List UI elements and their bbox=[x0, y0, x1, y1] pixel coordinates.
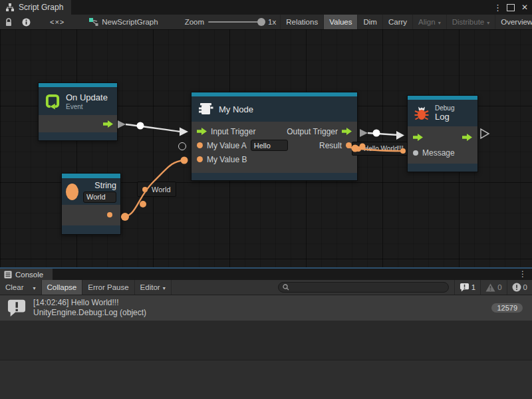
node-title: On Update bbox=[66, 92, 108, 102]
wire-flow-dot bbox=[181, 157, 188, 164]
node-string[interactable]: String bbox=[61, 173, 121, 235]
input-trigger-port[interactable] bbox=[413, 134, 423, 141]
clear-button[interactable]: Clear bbox=[0, 280, 27, 295]
search-input[interactable] bbox=[292, 283, 444, 292]
node-body: Input Trigger Output Trigger My Value A … bbox=[192, 122, 357, 173]
error-pause-button[interactable]: Error Pause bbox=[82, 280, 134, 295]
console-menu-icon[interactable]: ⋮ bbox=[519, 269, 527, 279]
node-footer bbox=[62, 225, 120, 234]
code-preview-button[interactable]: <×> bbox=[35, 18, 79, 26]
wire-flow-dot bbox=[373, 130, 380, 137]
on-update-loop-icon bbox=[44, 92, 61, 110]
node-debug-log[interactable]: Debug Log Message bbox=[407, 95, 478, 172]
string-output-port[interactable] bbox=[107, 212, 112, 217]
collapse-button[interactable]: Collapse bbox=[42, 280, 83, 295]
zoom-value: 1x bbox=[268, 18, 276, 26]
tab-label: Script Graph bbox=[19, 3, 63, 12]
port-label: Input Trigger bbox=[211, 127, 255, 136]
log-line-2: UnityEngine.Debug:Log (object) bbox=[33, 308, 485, 318]
wire-source-arrow[interactable] bbox=[118, 120, 126, 128]
string-value-input[interactable] bbox=[83, 192, 116, 203]
error-count[interactable]: 0 bbox=[507, 280, 532, 295]
chevron-down-icon: ▾ bbox=[33, 285, 35, 291]
warning-count[interactable]: 0 bbox=[480, 280, 506, 295]
dim-button[interactable]: Dim bbox=[357, 15, 382, 29]
relations-button[interactable]: Relations bbox=[280, 15, 323, 29]
info-icon[interactable] bbox=[17, 15, 35, 29]
info-count[interactable]: 1 bbox=[454, 280, 480, 295]
values-button[interactable]: Values bbox=[323, 15, 357, 29]
output-trigger-port[interactable] bbox=[103, 120, 113, 128]
node-my-node[interactable]: My Node Input Trigger Output Trigger bbox=[191, 92, 358, 181]
node-header: On Update Event bbox=[39, 87, 117, 115]
port-row: Message bbox=[408, 145, 477, 161]
console-tab-bar: Console ⋮ bbox=[0, 269, 532, 280]
node-footer bbox=[39, 132, 117, 140]
graph-asset-icon bbox=[88, 17, 98, 27]
wire-value-tooltip-world: World bbox=[137, 182, 176, 197]
node-body bbox=[39, 115, 117, 132]
carry-button[interactable]: Carry bbox=[382, 15, 412, 29]
string-literal-icon bbox=[66, 184, 78, 200]
node-header: Debug Log bbox=[408, 100, 477, 126]
wire-flow-dot bbox=[140, 201, 146, 207]
log-bubble-icon bbox=[7, 299, 27, 317]
wire-end-arrow bbox=[396, 131, 404, 140]
unit-box-icon bbox=[197, 100, 214, 118]
node-title: String bbox=[94, 181, 116, 190]
result-port[interactable]: Result bbox=[319, 141, 352, 150]
console-tab-icon bbox=[4, 271, 12, 279]
console-search bbox=[278, 282, 449, 293]
node-on-update[interactable]: On Update Event bbox=[38, 82, 118, 141]
chevron-down-icon: ▾ bbox=[438, 20, 441, 26]
graph-breadcrumb[interactable]: NewScriptGraph bbox=[79, 17, 164, 27]
port-row: My Value A Result bbox=[192, 138, 357, 152]
zoom-slider[interactable] bbox=[208, 21, 264, 23]
window-menu-icon[interactable]: ⋮ bbox=[493, 3, 500, 13]
input-trigger-port[interactable]: Input Trigger bbox=[197, 127, 255, 136]
align-button[interactable]: Align▾ bbox=[412, 15, 446, 29]
maximize-icon[interactable] bbox=[507, 4, 515, 11]
distribute-button[interactable]: Distribute▾ bbox=[446, 15, 495, 29]
clear-dropdown-button[interactable]: ▾ bbox=[27, 280, 41, 295]
close-icon[interactable]: ✕ bbox=[521, 3, 528, 12]
tab-script-graph[interactable]: Script Graph bbox=[0, 0, 71, 15]
value-port-icon bbox=[197, 156, 203, 162]
output-trigger-port[interactable]: Output Trigger bbox=[287, 127, 352, 136]
my-value-a-input[interactable] bbox=[251, 140, 288, 151]
log-collapse-count: 12579 bbox=[491, 303, 523, 313]
editor-dropdown[interactable]: Editor▾ bbox=[135, 280, 172, 295]
node-body: Message bbox=[408, 126, 477, 164]
wire-control-1[interactable] bbox=[126, 124, 181, 132]
node-title: My Node bbox=[219, 104, 253, 114]
port-row bbox=[408, 129, 477, 145]
tab-console[interactable]: Console bbox=[0, 269, 53, 280]
chevron-down-icon: ▾ bbox=[163, 285, 166, 291]
graph-canvas[interactable]: On Update Event My Node bbox=[0, 29, 532, 267]
unity-window: Script Graph ⋮ ✕ <×> NewScriptGraph Zoom… bbox=[0, 0, 532, 399]
output-trigger-port[interactable] bbox=[462, 134, 472, 141]
wire-control-2[interactable] bbox=[368, 133, 398, 135]
wire-value-tooltip-hello-world: Hello World!!! bbox=[352, 142, 408, 156]
my-value-b-port[interactable]: My Value B bbox=[197, 155, 247, 164]
node-footer bbox=[408, 164, 477, 172]
value-dot-icon bbox=[356, 146, 361, 152]
console-list-empty[interactable] bbox=[0, 321, 532, 360]
node-subtitle: Event bbox=[66, 103, 108, 110]
value-port-icon bbox=[413, 150, 418, 156]
value-dot-icon bbox=[142, 187, 148, 192]
zoom-slider-handle[interactable] bbox=[257, 18, 265, 26]
search-icon bbox=[283, 284, 289, 291]
overview-button[interactable]: Overview bbox=[495, 15, 532, 29]
warning-triangle-icon bbox=[485, 283, 495, 292]
graph-toolbar: <×> NewScriptGraph Zoom 1x Relations Val… bbox=[0, 15, 532, 30]
wire-source-arrow[interactable] bbox=[360, 129, 368, 137]
console-log-entry[interactable]: [14:02:46] Hello World!!! UnityEngine.De… bbox=[0, 295, 532, 321]
node-body bbox=[62, 205, 120, 225]
log-line-1: [14:02:46] Hello World!!! bbox=[33, 298, 485, 308]
message-port[interactable]: Message bbox=[413, 148, 455, 158]
console-detail-pane[interactable] bbox=[0, 360, 532, 399]
lock-icon[interactable] bbox=[0, 15, 17, 29]
my-value-a-port[interactable]: My Value A bbox=[197, 140, 288, 151]
port-label: My Value B bbox=[207, 155, 247, 164]
